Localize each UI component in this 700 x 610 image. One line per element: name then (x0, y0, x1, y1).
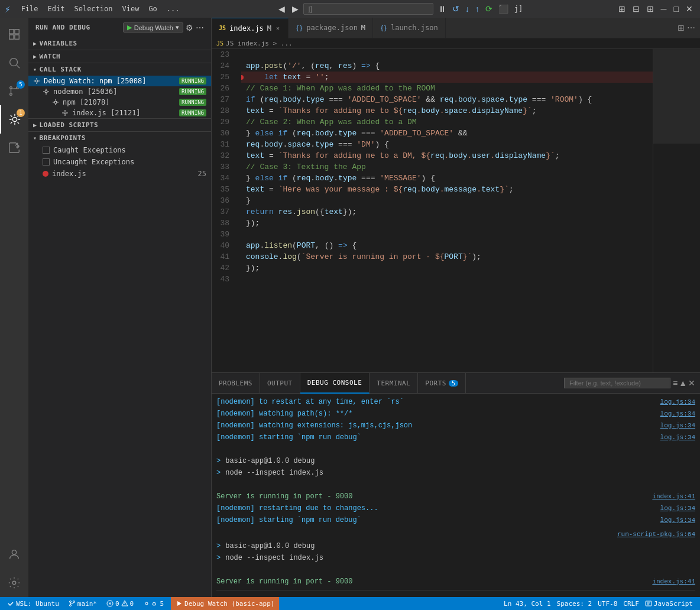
callstack-item-0[interactable]: Debug Watch: npm [25008] RUNNING (28, 76, 211, 86)
console-ref-pkg2[interactable]: run-script-pkg.js:64 (617, 528, 695, 540)
ln-43: 43 (212, 274, 235, 285)
console-ref-11[interactable]: log.js:34 (660, 514, 695, 526)
activity-search[interactable] (0, 48, 28, 77)
svg-point-16 (69, 601, 71, 603)
tab-bar: JS index.js M ✕ {} package.json M {} lau… (212, 18, 700, 38)
debug-session-label: Debug Watch (basic-app) (184, 600, 274, 608)
word-wrap-button[interactable]: ≡ (673, 378, 678, 388)
breakpoint-dot-icon (43, 171, 48, 177)
console-ref-15[interactable]: index.js:41 (652, 576, 695, 588)
step-into-button[interactable]: ↓ (463, 3, 472, 15)
panel-button[interactable]: ⊞ (644, 3, 656, 15)
callstack-item-3[interactable]: index.js [21121] RUNNING (28, 108, 211, 118)
loaded-scripts-title[interactable]: ▶ LOADED SCRIPTS (28, 119, 211, 131)
filter-input[interactable] (564, 378, 670, 388)
ln-30: 30 (212, 128, 235, 139)
console-ref-9[interactable]: index.js:41 (652, 491, 695, 502)
panel-tab-problems[interactable]: PROBLEMS (212, 373, 260, 394)
caught-exceptions-checkbox[interactable] (43, 147, 50, 154)
branch-label: main* (77, 600, 97, 608)
breakpoints-title[interactable]: ▾ BREAKPOINTS (28, 132, 211, 144)
status-debug-session[interactable]: Debug Watch (basic-app) (171, 597, 279, 610)
settings-gear-icon[interactable]: ⚙ (186, 22, 193, 33)
panel-tab-output[interactable]: OUTPUT (260, 373, 300, 394)
stop-button[interactable]: ⬛ (496, 3, 511, 15)
search-input[interactable] (303, 3, 433, 15)
panel-tab-debug-console[interactable]: DEBUG CONSOLE (300, 373, 370, 394)
code-content[interactable]: app.post('/', (req, res) => { let text =… (241, 49, 653, 372)
ln-26: 26 (212, 83, 235, 94)
callstack-item-2[interactable]: npm [21078] RUNNING (28, 97, 211, 108)
menu-go[interactable]: Go (145, 4, 160, 14)
status-wsl[interactable]: WSL: Ubuntu (5, 597, 61, 610)
panel-icons: ≡ ▲ ✕ (673, 378, 700, 388)
tab-launch-json[interactable]: {} launch.json (373, 18, 446, 38)
status-branch[interactable]: main* (66, 597, 99, 610)
watch-title[interactable]: ▶ WATCH (28, 50, 211, 63)
status-bar: WSL: Ubuntu main* 0 0 ⚙ 5 (0, 597, 700, 610)
console-ref-10[interactable]: log.js:34 (660, 502, 695, 514)
variables-section[interactable]: ▶ VARIABLES (28, 37, 211, 50)
loaded-scripts-label: LOADED SCRIPTS (40, 121, 99, 129)
status-errors[interactable]: 0 0 (104, 597, 136, 610)
layout-button[interactable]: ⊞ (616, 3, 628, 15)
tab-label-index-js: index.js (229, 24, 264, 33)
breakpoint-uncaught-exceptions[interactable]: Uncaught Exceptions (28, 156, 211, 168)
line-numbers: 23 24 25 26 27 28 29 30 31 32 33 34 35 3… (212, 49, 241, 372)
callstack-title[interactable]: ▾ CALL STACK (28, 63, 211, 76)
activity-extensions[interactable] (0, 134, 28, 162)
tab-package-json[interactable]: {} package.json M (289, 18, 373, 38)
activity-settings[interactable] (0, 569, 28, 597)
step-out-button[interactable]: ↑ (473, 3, 482, 15)
status-spaces[interactable]: Spaces: 2 (555, 597, 595, 610)
pause-button[interactable]: ⏸ (436, 3, 449, 15)
tab-index-js[interactable]: JS index.js M ✕ (212, 18, 289, 38)
panel-content: [nodemon] to restart at any time, enter … (212, 394, 700, 597)
close-button[interactable]: ✕ (683, 3, 695, 15)
status-line-ending[interactable]: CRLF (621, 597, 641, 610)
console-ref-1[interactable]: log.js:34 (660, 396, 695, 408)
more-actions-icon[interactable]: ⋯ (196, 22, 204, 33)
panel-tab-ports[interactable]: PORTS 5 (418, 373, 466, 394)
breakpoint-caught-exceptions[interactable]: Caught Exceptions (28, 144, 211, 156)
gear-icon (33, 77, 40, 85)
scroll-up-button[interactable]: ▲ (679, 378, 687, 388)
breakpoint-index-js[interactable]: index.js 25 (28, 168, 211, 180)
panel-tab-terminal[interactable]: TERMINAL (370, 373, 418, 394)
maximize-button[interactable]: □ (672, 3, 681, 15)
status-debug-processes[interactable]: ⚙ 5 (141, 597, 166, 610)
console-line-2: [nodemon] watching path(s): **/* log.js:… (216, 408, 695, 420)
back-button[interactable]: ◀ (276, 3, 287, 15)
callstack-item-1[interactable]: nodemon [25036] RUNNING (28, 86, 211, 97)
debug-config-selector[interactable]: ▶ Debug Watch ▾ (123, 22, 183, 33)
tab-icon-js: JS (219, 25, 226, 31)
step-over-button[interactable]: ↺ (450, 3, 462, 15)
menu-edit[interactable]: Edit (44, 4, 69, 14)
errors-label: 0 (115, 600, 119, 608)
console-ref-3[interactable]: log.js:34 (660, 420, 695, 431)
split-editor-button[interactable]: ⊞ (678, 23, 685, 33)
split-button[interactable]: ⊟ (630, 3, 642, 15)
activity-source-control[interactable]: 5 (0, 77, 28, 105)
menu-more[interactable]: ... (163, 4, 183, 14)
restart-button[interactable]: ⟳ (483, 3, 495, 15)
tab-close-index-js[interactable]: ✕ (275, 24, 281, 32)
status-language[interactable]: JavaScript (643, 597, 695, 610)
minimize-button[interactable]: ─ (659, 3, 669, 15)
activity-debug[interactable]: 1 (0, 105, 28, 134)
menu-file[interactable]: File (18, 4, 42, 14)
activity-account[interactable] (0, 540, 28, 569)
console-ref-4[interactable]: log.js:34 (660, 431, 695, 443)
forward-button[interactable]: ▶ (290, 3, 301, 15)
activity-explorer[interactable] (0, 20, 28, 48)
console-line-7: > node --inspect index.js (216, 467, 695, 479)
menu-selection[interactable]: Selection (70, 4, 116, 14)
more-tab-actions-button[interactable]: ⋯ (687, 23, 695, 33)
uncaught-exceptions-checkbox[interactable] (43, 158, 50, 166)
menu-view[interactable]: View (118, 4, 142, 14)
status-cursor[interactable]: Ln 43, Col 1 (501, 597, 553, 610)
status-encoding[interactable]: UTF-8 (595, 597, 620, 610)
console-ref-2[interactable]: log.js:34 (660, 408, 695, 420)
close-panel-button[interactable]: ✕ (688, 378, 695, 388)
language-label: JavaScript (654, 600, 693, 608)
